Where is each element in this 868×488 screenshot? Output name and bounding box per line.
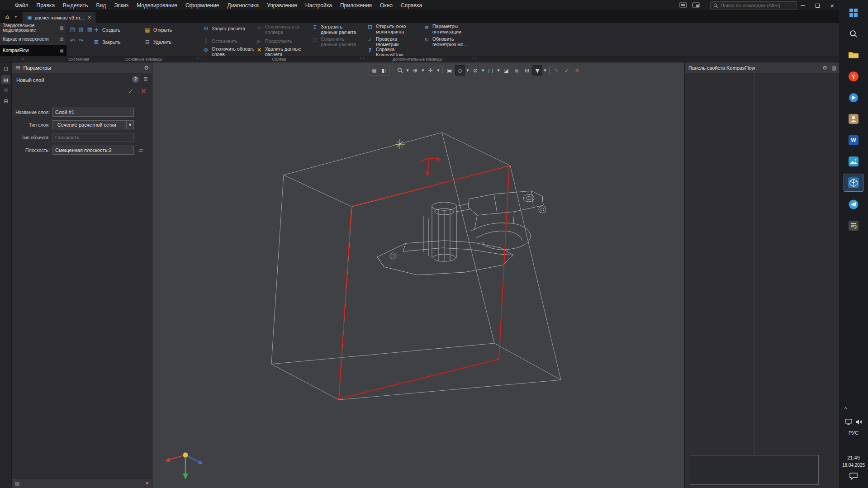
media-player-button[interactable] — [844, 89, 863, 107]
menu-item[interactable]: Диагностика — [223, 0, 263, 11]
notification-center[interactable] — [839, 472, 868, 480]
menu-item[interactable]: Моделирование — [133, 0, 181, 11]
menu-item[interactable]: Оформление — [181, 0, 223, 11]
minimize-button[interactable] — [796, 0, 810, 11]
delete-calc-data-button[interactable]: ×Удалить данные расчета — [256, 47, 305, 57]
menu-item[interactable]: Справка — [397, 0, 426, 11]
taskbar-search-button[interactable] — [844, 25, 863, 43]
stop-button[interactable]: ‖Остановить — [202, 38, 237, 45]
document-tab[interactable]: ▣ расчет компас v3.m... × — [23, 12, 95, 23]
open-document-icon[interactable]: ▧ — [78, 26, 85, 33]
coordinate-axes-icon[interactable]: ✛ — [426, 65, 436, 76]
open-monitoring-window-button[interactable]: ⊡Открыть окно мониторинга — [366, 24, 416, 34]
word-button[interactable]: W — [844, 131, 863, 149]
panel-layout-icon[interactable]: ▥ — [832, 65, 836, 71]
group-drag-handle[interactable]: ⋮⋮ — [471, 57, 476, 61]
update-geometry-button[interactable]: ↻Обновить геометрию мо... — [423, 37, 470, 47]
cancel-button[interactable]: × — [141, 86, 146, 96]
sketch-pencil-icon[interactable]: ✎ — [551, 65, 561, 76]
layers-icon[interactable]: ≣ — [512, 65, 522, 76]
filter-icon[interactable]: ▼ — [532, 65, 542, 76]
home-dropdown-arrow[interactable]: ▾ — [13, 12, 19, 22]
disconnect-solver-button[interactable]: ⊗Отключиться от солвера — [256, 24, 305, 35]
language-indicator[interactable]: РУС — [839, 430, 868, 436]
model-wireframe[interactable] — [377, 191, 546, 275]
group-drag-handle[interactable]: ⋮⋮ — [195, 57, 201, 61]
axes-dropdown-arrow[interactable]: ▼ — [436, 65, 441, 76]
check-geometry-button[interactable]: ✓Проверка геометрии — [366, 37, 408, 47]
optimization-parameters-button[interactable]: ≡Параметры оптимизации — [423, 24, 468, 34]
open-button[interactable]: ▤Открыть — [144, 27, 172, 33]
menu-item[interactable]: Управление — [263, 0, 301, 11]
continue-button[interactable]: ▶Продолжить — [256, 38, 292, 45]
help-circle-icon[interactable]: ? — [132, 76, 139, 83]
module-tab-kompasflow[interactable]: KompasFlow▦ — [0, 45, 66, 57]
menu-item[interactable]: Настройка — [301, 0, 336, 11]
group-drag-handle[interactable]: ⋮⋮ — [359, 57, 364, 61]
module-tab-solid-modeling[interactable]: Твердотельное моделирование▦ — [0, 23, 66, 34]
yandex-browser-button[interactable]: Y — [844, 67, 863, 85]
hide-dropdown-arrow[interactable]: ▼ — [481, 65, 485, 76]
tray-expand-icon[interactable]: ^ — [844, 406, 847, 412]
hide-objects-icon[interactable]: ⊘ — [470, 65, 480, 76]
clock-date[interactable]: 18.04.2025 — [839, 463, 868, 468]
run-calculation-button[interactable]: ⊞Запуск расчета — [202, 25, 245, 32]
orientation-icon[interactable]: ⊕ — [410, 65, 420, 76]
disable-layer-update-button[interactable]: ⊘Отключить обновл. слоев — [202, 47, 257, 57]
zoom-icon[interactable] — [395, 65, 405, 76]
grid-icon[interactable]: ▦ — [369, 65, 379, 76]
accept-button[interactable]: ✓ — [128, 87, 133, 96]
speaker-icon[interactable] — [855, 419, 862, 425]
network-monitor-icon[interactable] — [845, 419, 852, 425]
plane-mode-icon[interactable]: ◧ — [379, 65, 389, 76]
menu-item[interactable]: Приложения — [336, 0, 376, 11]
tab-close-icon[interactable]: × — [88, 14, 91, 21]
section-view-icon[interactable]: ◪ — [501, 65, 511, 76]
menu-item[interactable]: Правка — [33, 0, 59, 11]
shaded-view-icon[interactable]: ▣ — [445, 65, 455, 76]
multi-monitor-icon[interactable] — [679, 2, 688, 9]
viewport-3d[interactable]: ▦ ◧ ▼ ⊕ ▼ ✛ ▼ ▣ ◇ ▼ ⊘ ▼ ▢ ▼ ◪ ≣ ⊞ ▼ ▼ ✎ … — [152, 62, 684, 488]
clock-time[interactable]: 21:49 — [839, 455, 868, 460]
photos-button[interactable] — [844, 152, 863, 171]
windows-start-button[interactable] — [844, 4, 863, 22]
save-document-icon[interactable]: ▦ — [86, 26, 93, 33]
delete-button[interactable]: ⊟Удалить — [144, 39, 171, 46]
layer-name-input[interactable]: Слой #1 — [52, 108, 134, 117]
command-search[interactable] — [710, 1, 797, 9]
menu-item[interactable]: Эскиз — [110, 0, 133, 11]
ghost-dropdown-arrow[interactable]: ▼ — [496, 65, 501, 76]
clipboard-icon[interactable]: ⊞ — [522, 65, 532, 76]
zoom-dropdown-arrow[interactable]: ▼ — [405, 65, 410, 76]
telegram-button[interactable] — [844, 195, 863, 213]
notes-button[interactable] — [844, 217, 863, 235]
chevron-down-icon[interactable]: ▼ — [126, 121, 133, 129]
viewport-cancel-icon[interactable]: × — [572, 65, 582, 76]
ghost-view-icon[interactable]: ▢ — [486, 65, 496, 76]
viewport-canvas[interactable] — [152, 62, 684, 488]
orientation-triad[interactable] — [165, 453, 203, 480]
parameters-tree-icon[interactable]: ⊟ — [1, 64, 10, 73]
message-bar-close-icon[interactable]: × — [145, 480, 149, 487]
maximize-button[interactable] — [811, 0, 824, 11]
kompas-3d-active-app-button[interactable] — [844, 174, 863, 192]
plane-manipulator-arrows[interactable] — [420, 156, 441, 176]
structure-list-icon[interactable]: ≣ — [1, 86, 10, 95]
menu-item[interactable]: Вид — [92, 0, 110, 11]
gear-icon[interactable]: ⚙ — [822, 65, 827, 71]
plane-pick-icon[interactable]: ▱ — [137, 146, 145, 155]
redo-icon[interactable]: ↷ — [78, 37, 85, 44]
display-mode-dropdown-arrow[interactable]: ▼ — [465, 65, 470, 76]
menu-item[interactable]: Файл — [11, 0, 33, 11]
menu-item[interactable]: Выделить — [59, 0, 92, 11]
save-calc-data-button[interactable]: ⊟Сохранить данные расчета — [311, 37, 358, 47]
create-button[interactable]: +Создать — [93, 27, 120, 33]
hierarchy-icon[interactable]: ≣ — [143, 76, 148, 82]
layer-type-dropdown[interactable]: Сечение расчетной сетки ▼ — [52, 120, 134, 129]
plane-input[interactable]: Смещенная плоскость:2 — [52, 146, 134, 155]
command-search-input[interactable] — [721, 3, 793, 8]
close-layer-button[interactable]: ⊠Закрыть — [93, 39, 120, 46]
variables-grid-icon[interactable]: ⊞ — [1, 97, 10, 106]
load-calc-data-button[interactable]: ↧Загрузить данные расчета — [311, 24, 358, 35]
new-document-icon[interactable]: ▤ — [69, 26, 76, 33]
